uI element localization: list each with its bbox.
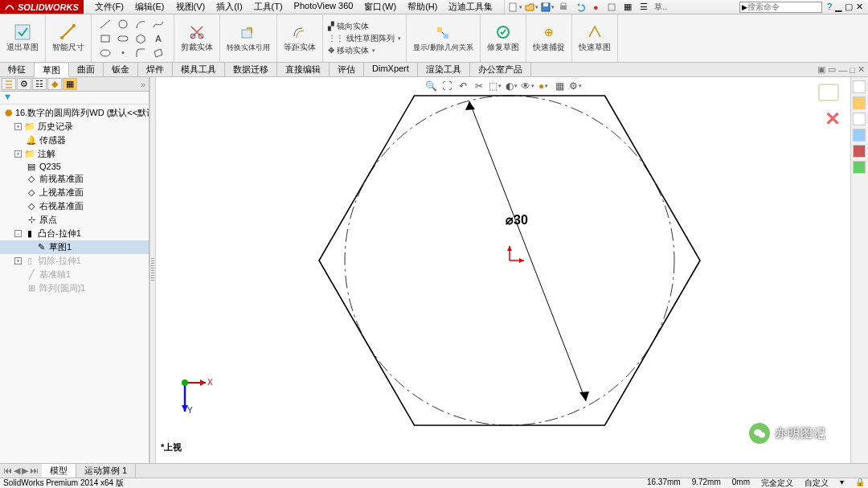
tree-item[interactable]: +📁注解: [0, 147, 149, 161]
undo-icon[interactable]: [574, 2, 585, 13]
status-custom[interactable]: 自定义: [805, 478, 829, 488]
bottom-tab-model[interactable]: 模型: [42, 464, 76, 478]
qat-more[interactable]: 草..: [654, 2, 667, 13]
plane-tool-icon[interactable]: [151, 47, 166, 59]
rect-tool-icon[interactable]: [98, 33, 113, 44]
minimize-icon[interactable]: ▁: [835, 2, 841, 12]
menu-tools[interactable]: 工具(T): [249, 0, 288, 14]
panel-resize-grip[interactable]: [149, 77, 156, 463]
mdi-minimize-icon[interactable]: —: [838, 65, 847, 75]
tab-mold[interactable]: 模具工具: [173, 63, 225, 76]
tree-item[interactable]: ◇上视基准面: [0, 186, 149, 199]
expand-icon[interactable]: +: [14, 150, 22, 158]
text-tool-icon[interactable]: A: [151, 33, 166, 44]
open-icon[interactable]: ▾: [526, 2, 537, 13]
point-tool-icon[interactable]: •: [116, 47, 130, 59]
tree-filter[interactable]: ▼: [0, 92, 149, 105]
config-manager-tab-icon[interactable]: ☷: [32, 78, 47, 90]
quick-snap-button[interactable]: ⊕ 快速捕捉: [526, 14, 572, 62]
tab-dimxpert[interactable]: DimXpert: [364, 63, 418, 76]
tab-render[interactable]: 渲染工具: [418, 63, 470, 76]
tree-item[interactable]: ✎草图1: [0, 240, 149, 254]
command-search[interactable]: ▶: [739, 2, 822, 13]
offset-button[interactable]: 等距实体: [277, 14, 323, 62]
tab-first-icon[interactable]: ⏮: [3, 465, 12, 476]
help-icon[interactable]: ?: [827, 2, 832, 12]
menu-file[interactable]: 文件(F): [90, 0, 129, 14]
tab-datamigration[interactable]: 数据迁移: [225, 63, 277, 76]
status-dropdown-icon[interactable]: ▾: [840, 478, 844, 488]
repair-sketch-button[interactable]: 修复草图: [481, 14, 526, 62]
tab-weldment[interactable]: 焊件: [138, 63, 173, 76]
tree-item[interactable]: ▤Q235: [0, 161, 149, 172]
expand-icon[interactable]: +: [14, 123, 22, 130]
dimxpert-tab-icon[interactable]: ◆: [47, 78, 62, 90]
tab-features[interactable]: 特征: [0, 63, 35, 76]
tree-item[interactable]: +▯切除-拉伸1: [0, 254, 149, 268]
graphics-viewport[interactable]: 🔍 ⛶ ↶ ✂ ⬚▾ ◐▾ 👁▾ ●▾ ▦ ⚙▾ ✕ ⌀30: [156, 77, 850, 463]
display-manager-tab-icon[interactable]: ▦: [63, 78, 77, 90]
fillet-tool-icon[interactable]: [133, 47, 148, 59]
close-icon[interactable]: ✕: [856, 2, 863, 12]
tree-root[interactable]: ⬣ 16.数字的圆周阵列WD (默认<<默认>: [0, 106, 149, 120]
diameter-leader[interactable]: [469, 101, 586, 401]
menu-insert[interactable]: 插入(I): [211, 0, 247, 14]
tree-item[interactable]: ⊞阵列(圆周)1: [0, 281, 149, 295]
exit-sketch-button[interactable]: 退出草图: [0, 14, 46, 62]
tab-prev-icon[interactable]: ◀: [14, 465, 20, 476]
tree-item[interactable]: ⊹原点: [0, 213, 149, 227]
bottom-tab-motion[interactable]: 运动算例 1: [76, 464, 136, 478]
expand-icon[interactable]: +: [14, 257, 22, 265]
orientation-triad[interactable]: X Y: [175, 373, 215, 424]
rebuild-icon[interactable]: ●: [590, 2, 601, 13]
move-button[interactable]: ✥移动实体▾: [328, 45, 375, 56]
mdi-maximize-icon[interactable]: □: [850, 65, 855, 75]
status-lock-icon[interactable]: 🔒: [855, 478, 865, 488]
mirror-button[interactable]: ▞镜向实体: [328, 21, 369, 32]
tab-sheetmetal[interactable]: 钣金: [104, 63, 138, 76]
smart-dimension-button[interactable]: 智能尺寸: [46, 14, 92, 62]
tree-item[interactable]: +📁历史记录: [0, 120, 149, 133]
menu-view[interactable]: 视图(V): [171, 0, 211, 14]
tree-item[interactable]: -▮凸台-拉伸1: [0, 227, 149, 240]
options-icon[interactable]: [606, 2, 617, 13]
menu-photoview[interactable]: PhotoView 360: [289, 0, 358, 14]
trim-button[interactable]: 剪裁实体: [174, 14, 220, 62]
maximize-icon[interactable]: ▢: [845, 2, 853, 12]
mdi-restore-icon[interactable]: ▣: [817, 64, 825, 75]
line-tool-icon[interactable]: [98, 18, 113, 30]
tab-directedit[interactable]: 直接编辑: [277, 63, 330, 76]
menu-help[interactable]: 帮助(H): [403, 0, 442, 14]
spline-tool-icon[interactable]: [151, 18, 166, 30]
feature-tree-tab-icon[interactable]: [2, 78, 16, 90]
tree-item[interactable]: 🔔传感器: [0, 133, 149, 147]
menu-edit[interactable]: 编辑(E): [130, 0, 170, 14]
mdi-close-icon[interactable]: ✕: [858, 64, 865, 75]
slot-tool-icon[interactable]: [116, 33, 130, 44]
menu-window[interactable]: 窗口(W): [359, 0, 401, 14]
print-icon[interactable]: [558, 2, 569, 13]
tab-surface[interactable]: 曲面: [69, 63, 104, 76]
tree-item[interactable]: ◇前视基准面: [0, 172, 149, 186]
tab-last-icon[interactable]: ⏭: [30, 465, 39, 476]
diameter-dimension[interactable]: ⌀30: [506, 213, 528, 227]
linear-pattern-button[interactable]: ⋮⋮线性草图阵列▾: [328, 33, 401, 44]
tree-item[interactable]: ╱基准轴1: [0, 268, 149, 281]
polygon-tool-icon[interactable]: [133, 33, 148, 44]
new-doc-icon[interactable]: ▾: [510, 2, 521, 13]
tab-next-icon[interactable]: ▶: [22, 465, 28, 476]
save-icon[interactable]: ▾: [542, 2, 553, 13]
convert-button[interactable]: 转换实体引用: [220, 14, 277, 62]
arc-tool-icon[interactable]: [133, 18, 148, 30]
tab-evaluate[interactable]: 评估: [330, 63, 364, 76]
rapid-sketch-button[interactable]: 快速草图: [572, 14, 618, 62]
expand-icon[interactable]: -: [14, 230, 22, 237]
circle-tool-icon[interactable]: [116, 18, 130, 30]
screen-capture-icon[interactable]: ▦: [622, 2, 633, 13]
tab-sketch[interactable]: 草图: [35, 64, 69, 77]
tab-office[interactable]: 办公室产品: [470, 63, 531, 76]
ellipse-tool-icon[interactable]: [98, 47, 113, 59]
search-input[interactable]: [747, 2, 820, 11]
menu-maidi[interactable]: 迈迪工具集: [444, 0, 497, 14]
tree-item[interactable]: ◇右视基准面: [0, 199, 149, 213]
